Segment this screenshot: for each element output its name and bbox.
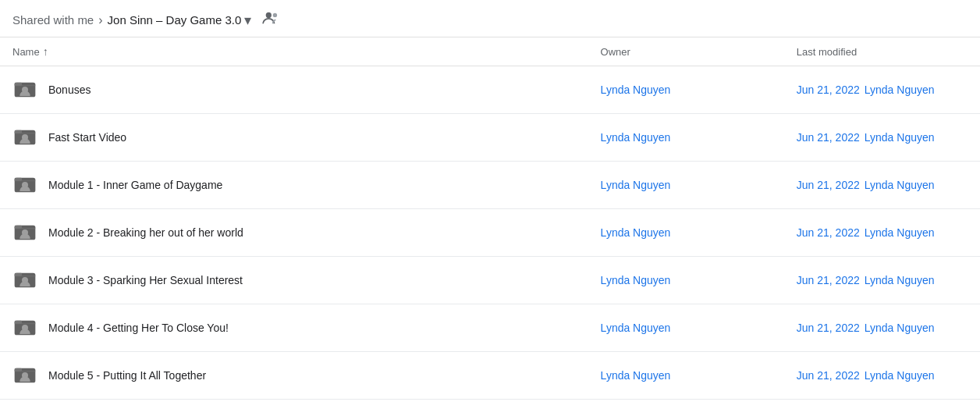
svg-rect-10 bbox=[15, 178, 22, 181]
folder-icon bbox=[12, 315, 37, 340]
svg-rect-22 bbox=[15, 368, 22, 372]
breadcrumb-folder-dropdown[interactable]: Jon Sinn – Day Game 3.0 ▾ bbox=[108, 12, 252, 29]
modified-cell: Jun 21, 2022 Lynda Nguyen bbox=[784, 114, 980, 162]
modified-user: Lynda Nguyen bbox=[865, 131, 935, 144]
file-name: Module 2 - Breaking her out of her world bbox=[48, 226, 243, 239]
folder-icon bbox=[12, 77, 37, 102]
file-name: Bonuses bbox=[48, 84, 91, 96]
modified-user: Lynda Nguyen bbox=[865, 369, 935, 382]
folder-icon bbox=[12, 220, 37, 245]
modified-user: Lynda Nguyen bbox=[865, 322, 935, 334]
breadcrumb-chevron-icon: › bbox=[98, 13, 102, 27]
file-name: Module 3 - Sparking Her Sexual Interest bbox=[48, 274, 243, 286]
file-name: Module 1 - Inner Game of Daygame bbox=[48, 179, 222, 191]
owner-cell: Lynda Nguyen bbox=[588, 352, 784, 400]
name-cell: Fast Start Video bbox=[0, 114, 588, 162]
breadcrumb-dropdown-icon: ▾ bbox=[244, 12, 251, 29]
name-cell: Module 4 - Getting Her To Close You! bbox=[0, 304, 588, 352]
people-icon bbox=[262, 11, 279, 29]
modified-cell: Jun 21, 2022 Lynda Nguyen bbox=[784, 257, 980, 304]
folder-icon bbox=[12, 172, 37, 197]
table-row[interactable]: Module 2 - Breaking her out of her world… bbox=[0, 209, 980, 257]
breadcrumb: Shared with me › Jon Sinn – Day Game 3.0… bbox=[0, 0, 980, 37]
modified-cell: Jun 21, 2022 Lynda Nguyen bbox=[784, 162, 980, 209]
owner-cell: Lynda Nguyen bbox=[588, 209, 784, 257]
modified-date: Jun 21, 2022 bbox=[797, 369, 860, 382]
table-row[interactable]: Bonuses Lynda Nguyen Jun 21, 2022 Lynda … bbox=[0, 66, 980, 114]
modified-user: Lynda Nguyen bbox=[865, 84, 935, 96]
col-header-name[interactable]: Name ↑ bbox=[0, 37, 588, 66]
modified-cell: Jun 21, 2022 Lynda Nguyen bbox=[784, 209, 980, 257]
name-cell: Module 2 - Breaking her out of her world bbox=[0, 209, 588, 257]
sort-arrow-icon: ↑ bbox=[43, 45, 48, 58]
modified-cell: Jun 21, 2022 Lynda Nguyen bbox=[784, 352, 980, 400]
col-header-last-modified[interactable]: Last modified bbox=[784, 37, 980, 66]
modified-date: Jun 21, 2022 bbox=[797, 179, 860, 191]
name-cell: Bonuses bbox=[0, 66, 588, 114]
file-name: Fast Start Video bbox=[48, 131, 126, 144]
folder-icon bbox=[12, 363, 37, 388]
owner-cell: Lynda Nguyen bbox=[588, 66, 784, 114]
modified-date: Jun 21, 2022 bbox=[797, 84, 860, 96]
svg-rect-13 bbox=[15, 226, 22, 229]
owner-cell: Lynda Nguyen bbox=[588, 304, 784, 352]
modified-user: Lynda Nguyen bbox=[865, 274, 935, 286]
table-row[interactable]: Module 4 - Getting Her To Close You! Lyn… bbox=[0, 304, 980, 352]
modified-cell: Jun 21, 2022 Lynda Nguyen bbox=[784, 66, 980, 114]
file-name: Module 4 - Getting Her To Close You! bbox=[48, 322, 229, 334]
owner-cell: Lynda Nguyen bbox=[588, 162, 784, 209]
file-name: Module 5 - Putting It All Together bbox=[48, 369, 206, 382]
owner-cell: Lynda Nguyen bbox=[588, 257, 784, 304]
svg-point-1 bbox=[273, 13, 277, 17]
table-row[interactable]: Fast Start Video Lynda Nguyen Jun 21, 20… bbox=[0, 114, 980, 162]
modified-user: Lynda Nguyen bbox=[865, 179, 935, 191]
table-row[interactable]: Module 5 - Putting It All Together Lynda… bbox=[0, 352, 980, 400]
breadcrumb-shared-link[interactable]: Shared with me bbox=[12, 13, 94, 27]
folder-icon bbox=[12, 125, 37, 150]
name-cell: Module 1 - Inner Game of Daygame bbox=[0, 162, 588, 209]
name-cell: Module 5 - Putting It All Together bbox=[0, 352, 588, 400]
table-row[interactable]: Module 1 - Inner Game of Daygame Lynda N… bbox=[0, 162, 980, 209]
owner-cell: Lynda Nguyen bbox=[588, 114, 784, 162]
name-cell: Module 3 - Sparking Her Sexual Interest bbox=[0, 257, 588, 304]
modified-date: Jun 21, 2022 bbox=[797, 226, 860, 239]
modified-date: Jun 21, 2022 bbox=[797, 322, 860, 334]
svg-rect-4 bbox=[15, 83, 22, 86]
col-header-owner[interactable]: Owner bbox=[588, 37, 784, 66]
file-table: Name ↑ Owner Last modified Bonuses Lynda… bbox=[0, 37, 980, 400]
modified-date: Jun 21, 2022 bbox=[797, 274, 860, 286]
breadcrumb-folder-name: Jon Sinn – Day Game 3.0 bbox=[108, 13, 242, 27]
modified-date: Jun 21, 2022 bbox=[797, 131, 860, 144]
svg-point-0 bbox=[266, 12, 272, 18]
svg-rect-19 bbox=[15, 321, 22, 324]
modified-cell: Jun 21, 2022 Lynda Nguyen bbox=[784, 304, 980, 352]
modified-user: Lynda Nguyen bbox=[865, 226, 935, 239]
folder-icon bbox=[12, 268, 37, 293]
svg-rect-16 bbox=[15, 273, 22, 276]
table-row[interactable]: Module 3 - Sparking Her Sexual Interest … bbox=[0, 257, 980, 304]
svg-rect-7 bbox=[15, 130, 22, 133]
